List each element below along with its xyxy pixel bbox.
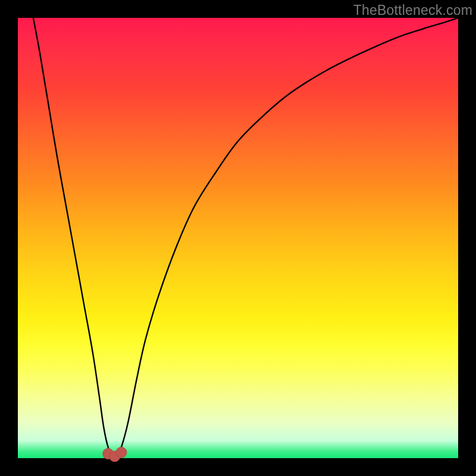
chart-svg	[18, 18, 458, 458]
bottleneck-curve	[33, 18, 458, 456]
watermark-text: TheBottleneck.com	[353, 2, 472, 18]
optimum-marker	[116, 447, 127, 458]
optimum-markers	[103, 447, 127, 462]
chart-frame: TheBottleneck.com	[0, 0, 476, 476]
